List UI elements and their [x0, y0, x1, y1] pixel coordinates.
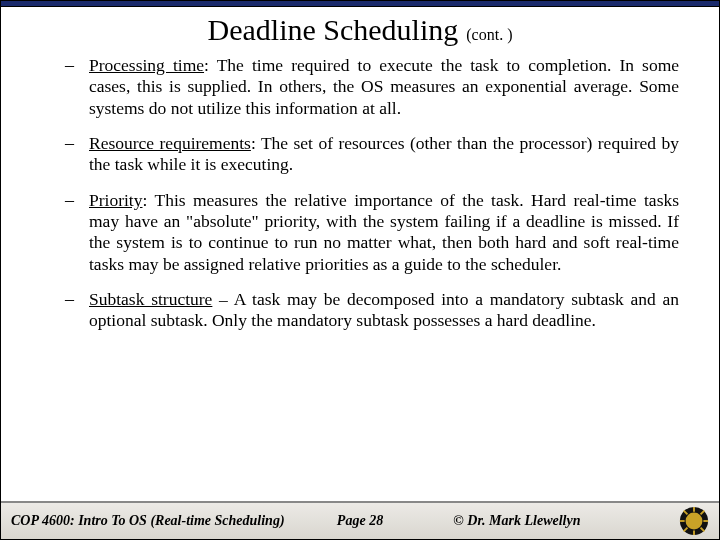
bullet-text: This measures the relative importance of…: [89, 190, 679, 274]
bullet-sep: :: [204, 55, 217, 75]
bullet-sep: :: [142, 190, 154, 210]
bullet-sep: :: [251, 133, 261, 153]
bullet-item: Processing time: The time required to ex…: [59, 55, 679, 119]
slide: Deadline Scheduling (cont. ) Processing …: [0, 0, 720, 540]
footer-course: COP 4600: Intro To OS (Real-time Schedul…: [11, 513, 285, 529]
bullet-term: Processing time: [89, 55, 204, 75]
footer-copyright: © Dr. Mark Llewellyn: [453, 513, 580, 529]
bullet-term: Resource requirements: [89, 133, 251, 153]
bullet-item: Priority: This measures the relative imp…: [59, 190, 679, 275]
slide-body: Processing time: The time required to ex…: [1, 51, 719, 501]
bullet-term: Priority: [89, 190, 142, 210]
title-area: Deadline Scheduling (cont. ): [1, 7, 719, 51]
bullet-item: Subtask structure – A task may be decomp…: [59, 289, 679, 332]
bullet-item: Resource requirements: The set of resour…: [59, 133, 679, 176]
bullet-term: Subtask structure: [89, 289, 212, 309]
svg-point-1: [686, 513, 703, 530]
ucf-logo-icon: [679, 506, 709, 536]
bullet-sep: –: [212, 289, 233, 309]
slide-title-suffix: (cont. ): [466, 26, 512, 43]
slide-title: Deadline Scheduling: [208, 13, 459, 46]
footer: COP 4600: Intro To OS (Real-time Schedul…: [1, 501, 719, 539]
footer-page: Page 28: [337, 513, 383, 529]
